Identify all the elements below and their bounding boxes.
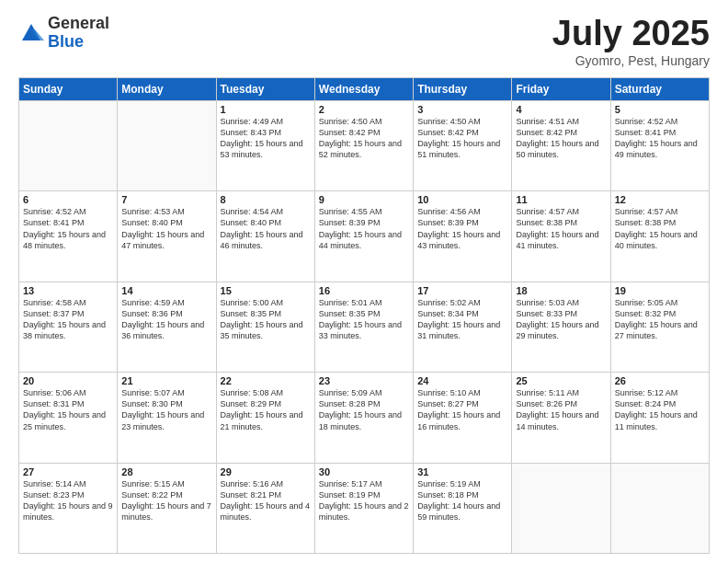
logo-general: General	[48, 15, 109, 33]
table-row: 21 Sunrise: 5:07 AMSunset: 8:30 PMDaylig…	[118, 373, 216, 463]
table-row: 28 Sunrise: 5:15 AMSunset: 8:22 PMDaylig…	[118, 463, 216, 553]
day-number: 5	[615, 104, 705, 115]
day-number: 15	[221, 285, 311, 296]
cell-info: Sunrise: 5:10 AMSunset: 8:27 PMDaylight:…	[417, 387, 507, 432]
cell-info: Sunrise: 5:17 AMSunset: 8:19 PMDaylight:…	[319, 478, 409, 523]
table-row	[512, 463, 610, 553]
cell-info: Sunrise: 5:12 AMSunset: 8:24 PMDaylight:…	[615, 387, 705, 432]
day-number: 21	[121, 375, 211, 386]
cell-info: Sunrise: 5:11 AMSunset: 8:26 PMDaylight:…	[516, 387, 606, 432]
table-row: 27 Sunrise: 5:14 AMSunset: 8:23 PMDaylig…	[19, 463, 118, 553]
logo-icon	[18, 20, 44, 46]
table-row: 14 Sunrise: 4:59 AMSunset: 8:36 PMDaylig…	[118, 282, 216, 372]
cell-info: Sunrise: 5:09 AMSunset: 8:28 PMDaylight:…	[319, 387, 409, 432]
calendar-week-row: 27 Sunrise: 5:14 AMSunset: 8:23 PMDaylig…	[19, 463, 710, 553]
col-saturday: Saturday	[610, 77, 709, 100]
table-row	[19, 100, 118, 190]
table-row: 23 Sunrise: 5:09 AMSunset: 8:28 PMDaylig…	[314, 373, 413, 463]
cell-info: Sunrise: 5:01 AMSunset: 8:35 PMDaylight:…	[319, 297, 409, 342]
cell-info: Sunrise: 5:08 AMSunset: 8:29 PMDaylight:…	[221, 387, 311, 432]
cell-info: Sunrise: 4:50 AMSunset: 8:42 PMDaylight:…	[417, 116, 507, 161]
table-row: 16 Sunrise: 5:01 AMSunset: 8:35 PMDaylig…	[314, 282, 413, 372]
cell-info: Sunrise: 4:52 AMSunset: 8:41 PMDaylight:…	[615, 116, 705, 161]
logo-text: General Blue	[48, 15, 109, 52]
table-row: 18 Sunrise: 5:03 AMSunset: 8:33 PMDaylig…	[512, 282, 610, 372]
day-number: 7	[121, 194, 211, 205]
col-thursday: Thursday	[414, 77, 512, 100]
day-number: 17	[417, 285, 507, 296]
cell-info: Sunrise: 4:52 AMSunset: 8:41 PMDaylight:…	[23, 206, 113, 251]
table-row: 26 Sunrise: 5:12 AMSunset: 8:24 PMDaylig…	[610, 373, 709, 463]
calendar-week-row: 1 Sunrise: 4:49 AMSunset: 8:43 PMDayligh…	[19, 100, 710, 190]
day-number: 26	[615, 375, 705, 386]
day-number: 14	[121, 285, 211, 296]
calendar-header-row: Sunday Monday Tuesday Wednesday Thursday…	[19, 77, 710, 100]
col-sunday: Sunday	[19, 77, 118, 100]
cell-info: Sunrise: 4:50 AMSunset: 8:42 PMDaylight:…	[319, 116, 409, 161]
table-row: 22 Sunrise: 5:08 AMSunset: 8:29 PMDaylig…	[216, 373, 314, 463]
table-row: 20 Sunrise: 5:06 AMSunset: 8:31 PMDaylig…	[19, 373, 118, 463]
cell-info: Sunrise: 4:59 AMSunset: 8:36 PMDaylight:…	[121, 297, 211, 342]
calendar-week-row: 20 Sunrise: 5:06 AMSunset: 8:31 PMDaylig…	[19, 373, 710, 463]
day-number: 1	[221, 104, 311, 115]
cell-info: Sunrise: 4:53 AMSunset: 8:40 PMDaylight:…	[121, 206, 211, 251]
cell-info: Sunrise: 4:54 AMSunset: 8:40 PMDaylight:…	[221, 206, 311, 251]
table-row: 8 Sunrise: 4:54 AMSunset: 8:40 PMDayligh…	[216, 191, 314, 282]
day-number: 9	[319, 194, 409, 205]
col-monday: Monday	[118, 77, 216, 100]
table-row: 24 Sunrise: 5:10 AMSunset: 8:27 PMDaylig…	[414, 373, 512, 463]
table-row: 6 Sunrise: 4:52 AMSunset: 8:41 PMDayligh…	[19, 191, 118, 282]
table-row: 10 Sunrise: 4:56 AMSunset: 8:39 PMDaylig…	[414, 191, 512, 282]
calendar-week-row: 13 Sunrise: 4:58 AMSunset: 8:37 PMDaylig…	[19, 282, 710, 372]
table-row: 25 Sunrise: 5:11 AMSunset: 8:26 PMDaylig…	[512, 373, 610, 463]
day-number: 29	[221, 466, 311, 477]
day-number: 6	[23, 194, 113, 205]
cell-info: Sunrise: 5:19 AMSunset: 8:18 PMDaylight:…	[417, 478, 507, 523]
day-number: 31	[417, 466, 507, 477]
cell-info: Sunrise: 4:57 AMSunset: 8:38 PMDaylight:…	[615, 206, 705, 251]
table-row: 12 Sunrise: 4:57 AMSunset: 8:38 PMDaylig…	[610, 191, 709, 282]
day-number: 23	[319, 375, 409, 386]
table-row: 7 Sunrise: 4:53 AMSunset: 8:40 PMDayligh…	[118, 191, 216, 282]
table-row	[610, 463, 709, 553]
table-row: 13 Sunrise: 4:58 AMSunset: 8:37 PMDaylig…	[19, 282, 118, 372]
table-row: 4 Sunrise: 4:51 AMSunset: 8:42 PMDayligh…	[512, 100, 610, 190]
day-number: 28	[121, 466, 211, 477]
cell-info: Sunrise: 5:07 AMSunset: 8:30 PMDaylight:…	[121, 387, 211, 432]
table-row: 11 Sunrise: 4:57 AMSunset: 8:38 PMDaylig…	[512, 191, 610, 282]
day-number: 30	[319, 466, 409, 477]
table-row: 19 Sunrise: 5:05 AMSunset: 8:32 PMDaylig…	[610, 282, 709, 372]
day-number: 20	[23, 375, 113, 386]
day-number: 27	[23, 466, 113, 477]
cell-info: Sunrise: 4:49 AMSunset: 8:43 PMDaylight:…	[221, 116, 311, 161]
cell-info: Sunrise: 5:00 AMSunset: 8:35 PMDaylight:…	[221, 297, 311, 342]
month-title: July 2025	[552, 15, 710, 53]
day-number: 16	[319, 285, 409, 296]
table-row: 30 Sunrise: 5:17 AMSunset: 8:19 PMDaylig…	[314, 463, 413, 553]
day-number: 2	[319, 104, 409, 115]
table-row: 31 Sunrise: 5:19 AMSunset: 8:18 PMDaylig…	[414, 463, 512, 553]
day-number: 8	[221, 194, 311, 205]
logo: General Blue	[18, 15, 109, 52]
table-row: 2 Sunrise: 4:50 AMSunset: 8:42 PMDayligh…	[314, 100, 413, 190]
table-row: 29 Sunrise: 5:16 AMSunset: 8:21 PMDaylig…	[216, 463, 314, 553]
col-friday: Friday	[512, 77, 610, 100]
table-row: 3 Sunrise: 4:50 AMSunset: 8:42 PMDayligh…	[414, 100, 512, 190]
day-number: 10	[417, 194, 507, 205]
cell-info: Sunrise: 5:06 AMSunset: 8:31 PMDaylight:…	[23, 387, 113, 432]
table-row: 9 Sunrise: 4:55 AMSunset: 8:39 PMDayligh…	[314, 191, 413, 282]
cell-info: Sunrise: 4:57 AMSunset: 8:38 PMDaylight:…	[516, 206, 606, 251]
cell-info: Sunrise: 4:51 AMSunset: 8:42 PMDaylight:…	[516, 116, 606, 161]
cell-info: Sunrise: 5:05 AMSunset: 8:32 PMDaylight:…	[615, 297, 705, 342]
logo-blue: Blue	[48, 33, 109, 52]
day-number: 19	[615, 285, 705, 296]
header: General Blue July 2025 Gyomro, Pest, Hun…	[18, 15, 710, 68]
day-number: 22	[221, 375, 311, 386]
cell-info: Sunrise: 5:02 AMSunset: 8:34 PMDaylight:…	[417, 297, 507, 342]
day-number: 11	[516, 194, 606, 205]
calendar-week-row: 6 Sunrise: 4:52 AMSunset: 8:41 PMDayligh…	[19, 191, 710, 282]
day-number: 13	[23, 285, 113, 296]
table-row: 15 Sunrise: 5:00 AMSunset: 8:35 PMDaylig…	[216, 282, 314, 372]
calendar-table: Sunday Monday Tuesday Wednesday Thursday…	[18, 77, 710, 554]
day-number: 24	[417, 375, 507, 386]
